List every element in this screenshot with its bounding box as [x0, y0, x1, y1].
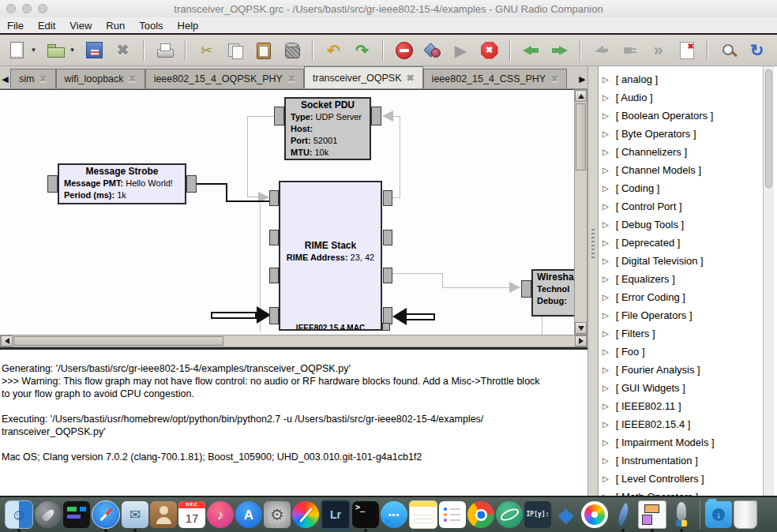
save-flowgraph-button[interactable]	[84, 39, 105, 61]
scroll-up-button[interactable]	[575, 90, 587, 102]
dock-notes-icon[interactable]	[409, 500, 437, 529]
tab-ieee802-15-4-css-phy[interactable]: ieee802_15_4_CSS_PHY✖	[423, 69, 568, 88]
dock-python-rocket-icon[interactable]	[668, 501, 695, 528]
scroll-left-button[interactable]	[1, 335, 13, 347]
rime-stack-port[interactable]	[383, 230, 392, 245]
find-block-button[interactable]	[718, 39, 739, 61]
kill-flowgraph-button[interactable]: ✖	[479, 39, 500, 61]
sidebar-category-gui-widgets[interactable]: ▷[ GUI Widgets ]	[599, 379, 763, 397]
block-message-strobe[interactable]: Message Strobe Message PMT:Hello World! …	[58, 163, 186, 204]
dock-messages-icon[interactable]: •••	[381, 501, 407, 528]
dock-itunes-icon[interactable]: ♪	[207, 501, 234, 528]
tab-ieee802-15-4-oqpsk-phy[interactable]: ieee802_15_4_OQPSK_PHY✖	[145, 69, 304, 88]
dock-launchpad-icon[interactable]	[35, 501, 62, 528]
pane-separator[interactable]	[587, 66, 599, 497]
sidebar-category-boolean-operators[interactable]: ▷[ Boolean Operators ]	[599, 107, 763, 125]
expander-icon[interactable]: ▷	[602, 93, 609, 102]
sidebar-category-file-operators[interactable]: ▷[ File Operators ]	[599, 306, 763, 324]
expander-icon[interactable]: ▷	[602, 75, 609, 84]
dock-virtualbox-icon[interactable]: ◆	[553, 501, 580, 528]
tab-wifi-loopback[interactable]: wifi_loopback✖	[56, 69, 145, 88]
new-flowgraph-dropdown-button[interactable]: ▾	[29, 39, 38, 61]
scroll-right-button[interactable]	[575, 335, 587, 347]
block-rime-stack[interactable]: RIME Stack RIME Address:23, 42 IEEE802.1…	[279, 181, 382, 331]
rime-stack-port[interactable]	[383, 268, 392, 283]
socket-pdu-msg-port[interactable]	[274, 107, 284, 126]
expander-icon[interactable]: ▷	[602, 438, 609, 447]
expander-icon[interactable]: ▷	[602, 166, 609, 174]
expander-icon[interactable]: ▷	[602, 311, 609, 320]
dock-app-store-icon[interactable]: A	[235, 501, 262, 528]
close-tab-icon[interactable]: ✖	[129, 73, 137, 84]
sidebar-category-analog[interactable]: ▷[ analog ]	[599, 70, 763, 88]
disable-blocks-button[interactable]	[591, 39, 612, 61]
forward-button[interactable]	[549, 39, 570, 61]
expander-icon[interactable]: ▷	[602, 148, 609, 156]
undo-button[interactable]: ↶	[323, 39, 344, 61]
expander-icon[interactable]: ▷	[602, 275, 609, 283]
block-socket-pdu[interactable]: Socket PDU Type:UDP Server Host: Port:52…	[284, 97, 371, 160]
close-tab-icon[interactable]: ✖	[39, 73, 47, 84]
expander-icon[interactable]: ▷	[602, 220, 609, 229]
rime-stack-port[interactable]	[383, 190, 392, 206]
dock-terminal-icon[interactable]: >_	[352, 501, 379, 528]
dock-photos-icon[interactable]	[581, 501, 608, 528]
expander-icon[interactable]: ▷	[602, 184, 609, 193]
menu-edit[interactable]: Edit	[31, 20, 62, 32]
sidebar-category-error-coding[interactable]: ▷[ Error Coding ]	[599, 288, 763, 306]
enable-blocks-button[interactable]	[619, 39, 640, 61]
rime-stack-port[interactable]	[383, 307, 392, 324]
view-errors-button[interactable]	[393, 39, 415, 61]
expander-icon[interactable]: ▷	[602, 384, 609, 392]
generate-flowgraph-button[interactable]	[422, 39, 443, 61]
expander-icon[interactable]: ▷	[602, 365, 609, 374]
menu-help[interactable]: Help	[171, 20, 206, 32]
expander-icon[interactable]: ▷	[602, 402, 609, 410]
bypass-blocks-button[interactable]: »	[648, 39, 669, 61]
sidebar-category-equalizers[interactable]: ▷[ Equalizers ]	[599, 270, 763, 288]
dock-feather-icon[interactable]	[610, 501, 636, 528]
dock-calendar-icon[interactable]: DEC17	[178, 501, 205, 528]
dock-dashboard-icon[interactable]	[63, 501, 90, 528]
expander-icon[interactable]: ▷	[602, 420, 609, 429]
back-button[interactable]	[520, 39, 542, 61]
scroll-down-button[interactable]	[575, 322, 587, 334]
dock-atom-icon[interactable]	[496, 501, 523, 528]
reload-blocks-button[interactable]: ↻	[746, 39, 768, 61]
dock-safari-icon[interactable]	[92, 500, 120, 529]
expander-icon[interactable]: ▷	[602, 293, 609, 302]
sidebar-category-audio[interactable]: ▷[ Audio ]	[599, 88, 763, 107]
open-flowgraph-dropdown-button[interactable]: ▾	[68, 39, 77, 61]
expander-icon[interactable]: ▷	[602, 202, 609, 211]
sidebar-category-coding[interactable]: ▷[ Coding ]	[599, 179, 763, 197]
dock-mail-icon[interactable]: ✉	[122, 501, 148, 528]
expander-icon[interactable]: ▷	[602, 329, 609, 338]
dock-system-preferences-icon[interactable]: ⚙	[264, 501, 291, 528]
sidebar-category-instrumentation[interactable]: ▷[ Instrumentation ]	[599, 451, 763, 470]
sidebar-category-debug-tools[interactable]: ▷[ Debug Tools ]	[599, 215, 763, 234]
sidebar-category-fourier-analysis[interactable]: ▷[ Fourier Analysis ]	[599, 361, 763, 379]
close-tab-icon[interactable]: ✖	[550, 73, 558, 84]
menu-run[interactable]: Run	[99, 20, 132, 32]
expander-icon[interactable]: ▷	[602, 474, 609, 483]
menu-file[interactable]: File	[0, 20, 31, 32]
rime-stack-port[interactable]	[269, 268, 279, 283]
dock-finder-icon[interactable]: ☺	[5, 500, 33, 529]
rime-stack-port[interactable]	[382, 323, 390, 331]
dock-color-wheel-icon[interactable]	[292, 501, 319, 528]
dock-lightroom-icon[interactable]: Lr	[321, 500, 351, 530]
new-flowgraph-button[interactable]	[6, 39, 28, 61]
dock-contacts-icon[interactable]	[150, 501, 177, 528]
redo-button[interactable]: ↷	[351, 39, 373, 61]
dock-trash-icon[interactable]	[734, 500, 757, 529]
sidebar-scroll-thumb[interactable]	[765, 69, 772, 188]
expander-icon[interactable]: ▷	[602, 257, 609, 265]
close-tab-icon[interactable]: ✖	[407, 73, 415, 84]
sidebar-category-channelizers[interactable]: ▷[ Channelizers ]	[599, 143, 763, 161]
vertical-scroll-thumb[interactable]	[576, 103, 586, 170]
sidebar-scrollbar[interactable]	[763, 66, 774, 497]
rime-stack-port[interactable]	[269, 307, 279, 324]
sidebar-category-filters[interactable]: ▷[ Filters ]	[599, 324, 763, 343]
dock-ipython-icon[interactable]: IP[y]:	[524, 501, 551, 528]
paste-blocks-button[interactable]	[253, 39, 274, 61]
